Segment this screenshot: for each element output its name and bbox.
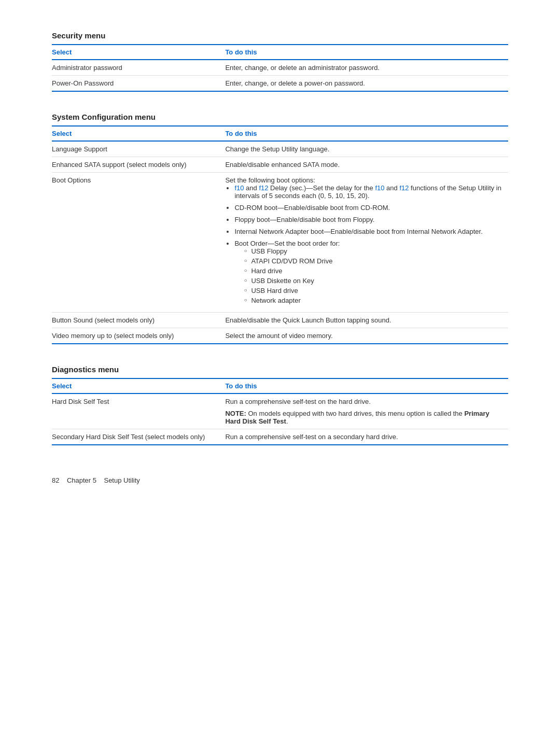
sysconfig-row1-todo: Change the Setup Utility language. <box>225 141 508 157</box>
list-item: f10 and f12 Delay (sec.)—Set the delay f… <box>234 184 504 200</box>
list-item: Network adapter <box>244 297 504 304</box>
table-row: Button Sound (select models only) Enable… <box>52 313 508 328</box>
list-item: Hard drive <box>244 267 504 275</box>
boot-options-list: f10 and f12 Delay (sec.)—Set the delay f… <box>234 184 504 304</box>
chapter-label: Chapter 5 <box>67 476 96 484</box>
sysconfig-col1-header: Select <box>52 126 225 141</box>
diagnostics-table-header: Select To do this <box>52 378 508 393</box>
security-menu-table: Select To do this Administrator password… <box>52 44 508 92</box>
f12-ref: f12 <box>399 184 409 192</box>
f10-link: f10 <box>234 184 244 192</box>
sysconfig-row2-todo: Enable/disable enhanced SATA mode. <box>225 157 508 173</box>
table-row: Enhanced SATA support (select models onl… <box>52 157 508 173</box>
sysconfig-row2-select: Enhanced SATA support (select models onl… <box>52 157 225 173</box>
sysconfig-row5-todo: Select the amount of video memory. <box>225 328 508 344</box>
diagnostics-row2-select: Secondary Hard Disk Self Test (select mo… <box>52 429 225 445</box>
boot-options-intro: Set the following boot options: <box>225 176 315 184</box>
security-row2-todo: Enter, change, or delete a power-on pass… <box>225 76 508 92</box>
list-item: CD-ROM boot—Enable/disable boot from CD-… <box>234 204 504 212</box>
sysconfig-row4-todo: Enable/disable the Quick Launch Button t… <box>225 313 508 328</box>
list-item: Boot Order—Set the boot order for: USB F… <box>234 240 504 304</box>
table-row: Video memory up to (select models only) … <box>52 328 508 344</box>
hard-disk-note: NOTE: On models equipped with two hard d… <box>225 410 504 425</box>
security-menu-title: Security menu <box>52 31 508 40</box>
sysconfig-row3-select: Boot Options <box>52 173 225 313</box>
table-row: Power-On Password Enter, change, or dele… <box>52 76 508 92</box>
system-config-title: System Configuration menu <box>52 113 508 121</box>
table-row: Secondary Hard Disk Self Test (select mo… <box>52 429 508 445</box>
diagnostics-row1-select: Hard Disk Self Test <box>52 393 225 429</box>
sysconfig-row1-select: Language Support <box>52 141 225 157</box>
table-row: Language Support Change the Setup Utilit… <box>52 141 508 157</box>
list-item: Internal Network Adapter boot—Enable/dis… <box>234 228 504 235</box>
page-number: 82 <box>52 476 59 484</box>
sysconfig-row4-select: Button Sound (select models only) <box>52 313 225 328</box>
system-config-table: Select To do this Language Support Chang… <box>52 125 508 344</box>
list-item: USB Diskette on Key <box>244 277 504 285</box>
system-config-section: System Configuration menu Select To do t… <box>52 113 508 344</box>
chapter-title: Setup Utility <box>104 476 139 484</box>
sysconfig-table-header: Select To do this <box>52 126 508 141</box>
security-table-header: Select To do this <box>52 45 508 60</box>
security-row1-todo: Enter, change, or delete an administrato… <box>225 60 508 76</box>
diagnostics-col1-header: Select <box>52 378 225 393</box>
primary-disk-selftest-label: Primary Hard Disk Self Test <box>225 410 489 425</box>
f10-ref: f10 <box>375 184 384 192</box>
security-col2-header: To do this <box>225 45 508 60</box>
sysconfig-row3-todo: Set the following boot options: f10 and … <box>225 173 508 313</box>
note-label: NOTE: <box>225 410 246 417</box>
diagnostics-menu-title: Diagnostics menu <box>52 365 508 374</box>
sysconfig-row5-select: Video memory up to (select models only) <box>52 328 225 344</box>
list-item: Floppy boot—Enable/disable boot from Flo… <box>234 216 504 223</box>
f12-link: f12 <box>259 184 268 192</box>
security-col1-header: Select <box>52 45 225 60</box>
table-row: Hard Disk Self Test Run a comprehensive … <box>52 393 508 429</box>
diagnostics-row2-todo: Run a comprehensive self-test on a secon… <box>225 429 508 445</box>
list-item: USB Hard drive <box>244 287 504 294</box>
page-footer: 82 Chapter 5 Setup Utility <box>52 476 508 484</box>
diagnostics-col2-header: To do this <box>225 378 508 393</box>
table-row: Administrator password Enter, change, or… <box>52 60 508 76</box>
diagnostics-row1-todo: Run a comprehensive self-test on the har… <box>225 393 508 429</box>
boot-order-sublist: USB Floppy ATAPI CD/DVD ROM Drive Hard d… <box>244 247 504 304</box>
table-row: Boot Options Set the following boot opti… <box>52 173 508 313</box>
hard-disk-selftest-text: Run a comprehensive self-test on the har… <box>225 398 504 405</box>
sysconfig-col2-header: To do this <box>225 126 508 141</box>
list-item: ATAPI CD/DVD ROM Drive <box>244 257 504 265</box>
diagnostics-menu-section: Diagnostics menu Select To do this Hard … <box>52 365 508 445</box>
list-item: USB Floppy <box>244 247 504 255</box>
security-menu-section: Security menu Select To do this Administ… <box>52 31 508 92</box>
diagnostics-table: Select To do this Hard Disk Self Test Ru… <box>52 378 508 445</box>
security-row1-select: Administrator password <box>52 60 225 76</box>
security-row2-select: Power-On Password <box>52 76 225 92</box>
